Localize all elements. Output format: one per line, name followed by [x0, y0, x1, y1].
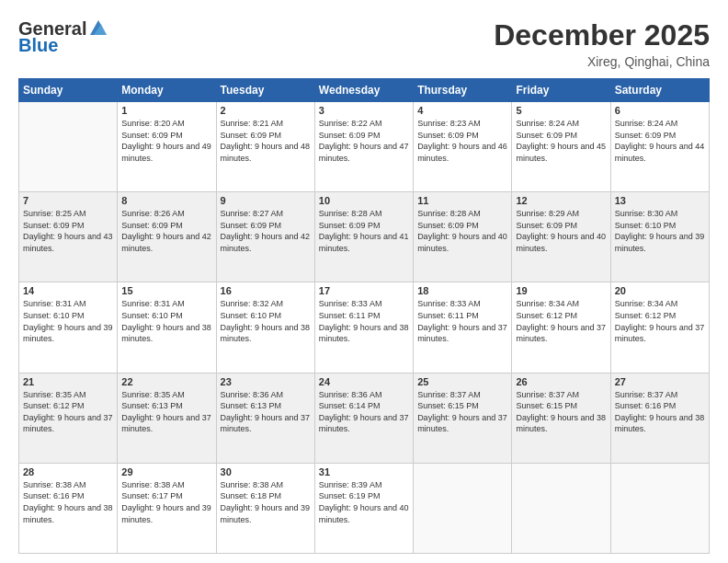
day-number: 25 [417, 376, 507, 387]
day-number: 29 [121, 466, 211, 477]
month-title: December 2025 [494, 18, 710, 52]
header-tuesday: Tuesday [216, 79, 314, 102]
day-number: 16 [221, 285, 311, 296]
day-number: 6 [615, 105, 705, 116]
day-info: Sunrise: 8:27 AM Sunset: 6:09 PM Dayligh… [221, 208, 311, 254]
day-number: 13 [615, 195, 705, 206]
table-row [414, 463, 512, 553]
day-number: 24 [319, 376, 409, 387]
day-info: Sunrise: 8:33 AM Sunset: 6:11 PM Dayligh… [319, 298, 409, 344]
day-info: Sunrise: 8:35 AM Sunset: 6:12 PM Dayligh… [23, 389, 113, 435]
table-row: 8 Sunrise: 8:26 AM Sunset: 6:09 PM Dayli… [118, 192, 216, 282]
table-row [610, 463, 709, 553]
table-row: 7 Sunrise: 8:25 AM Sunset: 6:09 PM Dayli… [19, 192, 118, 282]
day-info: Sunrise: 8:22 AM Sunset: 6:09 PM Dayligh… [319, 118, 409, 164]
day-info: Sunrise: 8:30 AM Sunset: 6:10 PM Dayligh… [615, 208, 705, 254]
header-sunday: Sunday [19, 79, 118, 102]
day-number: 27 [615, 376, 705, 387]
day-info: Sunrise: 8:25 AM Sunset: 6:09 PM Dayligh… [23, 208, 113, 254]
day-number: 11 [417, 195, 507, 206]
header-thursday: Thursday [414, 79, 512, 102]
day-info: Sunrise: 8:37 AM Sunset: 6:15 PM Dayligh… [516, 389, 606, 435]
day-info: Sunrise: 8:21 AM Sunset: 6:09 PM Dayligh… [221, 118, 311, 164]
table-row: 2 Sunrise: 8:21 AM Sunset: 6:09 PM Dayli… [216, 102, 314, 192]
day-info: Sunrise: 8:24 AM Sunset: 6:09 PM Dayligh… [615, 118, 705, 164]
day-info: Sunrise: 8:24 AM Sunset: 6:09 PM Dayligh… [516, 118, 606, 164]
day-info: Sunrise: 8:37 AM Sunset: 6:15 PM Dayligh… [417, 389, 507, 435]
table-row: 14 Sunrise: 8:31 AM Sunset: 6:10 PM Dayl… [19, 282, 118, 373]
day-number: 21 [23, 376, 113, 387]
table-row: 4 Sunrise: 8:23 AM Sunset: 6:09 PM Dayli… [414, 102, 512, 192]
table-row: 30 Sunrise: 8:38 AM Sunset: 6:18 PM Dayl… [216, 463, 314, 553]
calendar-week-row: 28 Sunrise: 8:38 AM Sunset: 6:16 PM Dayl… [19, 463, 710, 553]
day-info: Sunrise: 8:35 AM Sunset: 6:13 PM Dayligh… [121, 389, 211, 435]
day-info: Sunrise: 8:28 AM Sunset: 6:09 PM Dayligh… [319, 208, 409, 254]
day-number: 4 [417, 105, 507, 116]
day-info: Sunrise: 8:38 AM Sunset: 6:17 PM Dayligh… [121, 479, 211, 525]
table-row: 25 Sunrise: 8:37 AM Sunset: 6:15 PM Dayl… [414, 373, 512, 463]
header-monday: Monday [118, 79, 216, 102]
header: General Blue December 2025 Xireg, Qingha… [18, 18, 710, 69]
title-block: December 2025 Xireg, Qinghai, China [494, 18, 710, 69]
day-info: Sunrise: 8:37 AM Sunset: 6:16 PM Dayligh… [615, 389, 705, 435]
day-number: 10 [319, 195, 409, 206]
day-number: 7 [23, 195, 113, 206]
day-info: Sunrise: 8:34 AM Sunset: 6:12 PM Dayligh… [615, 298, 705, 344]
table-row: 15 Sunrise: 8:31 AM Sunset: 6:10 PM Dayl… [118, 282, 216, 373]
table-row: 5 Sunrise: 8:24 AM Sunset: 6:09 PM Dayli… [512, 102, 610, 192]
table-row: 28 Sunrise: 8:38 AM Sunset: 6:16 PM Dayl… [19, 463, 118, 553]
day-info: Sunrise: 8:38 AM Sunset: 6:18 PM Dayligh… [221, 479, 311, 525]
table-row: 11 Sunrise: 8:28 AM Sunset: 6:09 PM Dayl… [414, 192, 512, 282]
day-info: Sunrise: 8:32 AM Sunset: 6:10 PM Dayligh… [221, 298, 311, 344]
day-number: 14 [23, 285, 113, 296]
table-row: 18 Sunrise: 8:33 AM Sunset: 6:11 PM Dayl… [414, 282, 512, 373]
header-friday: Friday [512, 79, 610, 102]
day-number: 18 [417, 285, 507, 296]
day-number: 2 [221, 105, 311, 116]
day-number: 12 [516, 195, 606, 206]
day-number: 30 [221, 466, 311, 477]
table-row: 16 Sunrise: 8:32 AM Sunset: 6:10 PM Dayl… [216, 282, 314, 373]
day-info: Sunrise: 8:31 AM Sunset: 6:10 PM Dayligh… [121, 298, 211, 344]
page: General Blue December 2025 Xireg, Qingha… [0, 0, 728, 563]
day-number: 26 [516, 376, 606, 387]
day-number: 23 [221, 376, 311, 387]
table-row: 24 Sunrise: 8:36 AM Sunset: 6:14 PM Dayl… [314, 373, 413, 463]
day-number: 5 [516, 105, 606, 116]
table-row: 3 Sunrise: 8:22 AM Sunset: 6:09 PM Dayli… [314, 102, 413, 192]
table-row: 22 Sunrise: 8:35 AM Sunset: 6:13 PM Dayl… [118, 373, 216, 463]
table-row: 12 Sunrise: 8:29 AM Sunset: 6:09 PM Dayl… [512, 192, 610, 282]
day-info: Sunrise: 8:39 AM Sunset: 6:19 PM Dayligh… [319, 479, 409, 525]
header-wednesday: Wednesday [314, 79, 413, 102]
location: Xireg, Qinghai, China [494, 54, 710, 69]
table-row: 27 Sunrise: 8:37 AM Sunset: 6:16 PM Dayl… [610, 373, 709, 463]
table-row: 29 Sunrise: 8:38 AM Sunset: 6:17 PM Dayl… [118, 463, 216, 553]
table-row: 13 Sunrise: 8:30 AM Sunset: 6:10 PM Dayl… [610, 192, 709, 282]
table-row: 31 Sunrise: 8:39 AM Sunset: 6:19 PM Dayl… [314, 463, 413, 553]
day-info: Sunrise: 8:34 AM Sunset: 6:12 PM Dayligh… [516, 298, 606, 344]
day-number: 9 [221, 195, 311, 206]
day-info: Sunrise: 8:31 AM Sunset: 6:10 PM Dayligh… [23, 298, 113, 344]
day-number: 22 [121, 376, 211, 387]
logo-icon [88, 18, 108, 39]
day-info: Sunrise: 8:33 AM Sunset: 6:11 PM Dayligh… [417, 298, 507, 344]
table-row: 9 Sunrise: 8:27 AM Sunset: 6:09 PM Dayli… [216, 192, 314, 282]
weekday-header-row: Sunday Monday Tuesday Wednesday Thursday… [19, 79, 710, 102]
day-number: 17 [319, 285, 409, 296]
day-info: Sunrise: 8:36 AM Sunset: 6:14 PM Dayligh… [319, 389, 409, 435]
day-info: Sunrise: 8:26 AM Sunset: 6:09 PM Dayligh… [121, 208, 211, 254]
day-number: 20 [615, 285, 705, 296]
table-row: 20 Sunrise: 8:34 AM Sunset: 6:12 PM Dayl… [610, 282, 709, 373]
day-number: 3 [319, 105, 409, 116]
calendar: Sunday Monday Tuesday Wednesday Thursday… [18, 78, 710, 554]
day-info: Sunrise: 8:29 AM Sunset: 6:09 PM Dayligh… [516, 208, 606, 254]
day-number: 19 [516, 285, 606, 296]
table-row: 26 Sunrise: 8:37 AM Sunset: 6:15 PM Dayl… [512, 373, 610, 463]
table-row [512, 463, 610, 553]
day-number: 15 [121, 285, 211, 296]
logo-blue: Blue [18, 35, 58, 55]
day-info: Sunrise: 8:20 AM Sunset: 6:09 PM Dayligh… [121, 118, 211, 164]
table-row: 17 Sunrise: 8:33 AM Sunset: 6:11 PM Dayl… [314, 282, 413, 373]
day-info: Sunrise: 8:23 AM Sunset: 6:09 PM Dayligh… [417, 118, 507, 164]
header-saturday: Saturday [610, 79, 709, 102]
